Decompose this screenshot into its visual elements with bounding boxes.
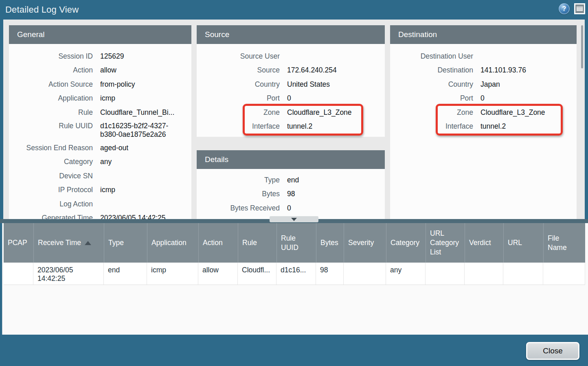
column-header-rule-uuid[interactable]: Rule UUID <box>276 223 316 263</box>
source-panel-body: Source User Source172.64.240.254 Country… <box>197 44 385 133</box>
field-bytes: Bytes98 <box>197 187 385 201</box>
field-value: Cloudflare_Tunnel_Bi... <box>100 105 191 119</box>
column-header-category[interactable]: Category <box>386 223 426 263</box>
destination-panel-body: Destination User Destination141.101.93.7… <box>390 44 577 133</box>
cell-bytes: 98 <box>316 263 344 285</box>
field-bytes-received: Bytes Received0 <box>197 201 385 215</box>
field-label: Country <box>197 77 280 91</box>
column-header-file-name[interactable]: File Name <box>543 223 585 263</box>
field-value: icmp <box>100 91 191 105</box>
column-header-receive-time[interactable]: Receive Time <box>33 223 104 263</box>
field-value: d1c16235-b2f2-4327-b380-0ae1875e2a26 <box>100 122 170 139</box>
field-value: Japan <box>480 77 577 91</box>
close-button[interactable]: Close <box>526 342 579 360</box>
field-label: Rule UUID <box>9 122 93 139</box>
field-session-end-reason: Session End Reasonaged-out <box>9 141 191 155</box>
column-header-action[interactable]: Action <box>198 223 238 263</box>
field-label: Port <box>390 91 473 105</box>
field-generated-time: Generated Time2023/06/05 14:42:25 <box>9 211 191 219</box>
cell-application: icmp <box>147 263 198 285</box>
window-restore-icon[interactable] <box>574 3 585 14</box>
column-header-type[interactable]: Type <box>104 223 147 263</box>
field-value: aged-out <box>100 141 191 155</box>
column-header-label: File Name <box>548 234 569 252</box>
field-port: Port0 <box>197 91 385 105</box>
help-icon[interactable]: ? <box>559 3 570 14</box>
field-value: allow <box>100 63 191 77</box>
cell-rule-uuid: d1c16... <box>276 263 316 285</box>
field-label: Log Action <box>9 197 93 211</box>
column-header-url-category-list[interactable]: URL Category List <box>426 223 465 263</box>
field-value: 0 <box>287 201 385 215</box>
cell-category: any <box>386 263 426 285</box>
source-panel-header: Source <box>197 25 385 44</box>
field-value: 2023/06/05 14:42:25 <box>100 211 191 219</box>
field-country: CountryUnited States <box>197 77 385 91</box>
field-label: Interface <box>390 119 473 133</box>
cell-action: allow <box>198 263 238 285</box>
field-rule: RuleCloudflare_Tunnel_Bi... <box>9 105 191 119</box>
field-value: 0 <box>287 91 385 105</box>
column-header-severity[interactable]: Severity <box>344 223 386 263</box>
log-table: PCAP Receive Time Type Application Actio… <box>4 223 585 285</box>
field-value: icmp <box>100 183 191 197</box>
field-action: Actionallow <box>9 63 191 77</box>
field-value: United States <box>287 77 385 91</box>
field-label: Destination <box>390 63 473 77</box>
field-label: Zone <box>390 105 473 119</box>
field-value: tunnel.2 <box>287 119 385 133</box>
field-port: Port0 <box>390 91 577 105</box>
field-value: Cloudflare_L3_Zone <box>480 105 577 119</box>
field-source-user: Source User <box>197 49 385 63</box>
column-header-verdict[interactable]: Verdict <box>465 223 503 263</box>
field-label: Action <box>9 63 93 77</box>
field-action-source: Action Sourcefrom-policy <box>9 77 191 91</box>
column-header-application[interactable]: Application <box>147 223 198 263</box>
vertical-scrollbar-thumb[interactable] <box>581 25 583 68</box>
field-label: Country <box>390 77 473 91</box>
field-label: Port <box>197 91 280 105</box>
field-value: 125629 <box>100 49 191 63</box>
field-label: IP Protocol <box>9 183 93 197</box>
field-value: 98 <box>287 187 385 201</box>
field-country: CountryJapan <box>390 77 577 91</box>
general-panel: General Session ID125629 Actionallow Act… <box>9 25 191 219</box>
log-table-row[interactable]: 2023/06/05 14:42:25 end icmp allow Cloud… <box>4 263 585 285</box>
field-label: Category <box>9 155 93 169</box>
field-category: Categoryany <box>9 155 191 169</box>
field-type: Typeend <box>197 173 385 187</box>
field-value <box>100 197 191 211</box>
field-label: Generated Time <box>9 211 93 219</box>
field-label: Destination User <box>390 49 473 63</box>
cell-file-name <box>543 263 585 285</box>
field-label: Bytes Received <box>197 201 280 215</box>
column-header-bytes[interactable]: Bytes <box>316 223 344 263</box>
column-header-url[interactable]: URL <box>503 223 543 263</box>
column-header-pcap[interactable]: PCAP <box>4 223 33 263</box>
details-panel-body: Typeend Bytes98 Bytes Received0 <box>197 169 385 215</box>
help-glyph: ? <box>562 5 566 12</box>
field-zone: ZoneCloudflare_L3_Zone <box>390 105 577 119</box>
destination-panel-header: Destination <box>390 25 577 44</box>
field-rule-uuid: Rule UUIDd1c16235-b2f2-4327-b380-0ae1875… <box>9 119 191 141</box>
details-panel: Details Typeend Bytes98 Bytes Received0 <box>197 150 385 219</box>
details-panel-header: Details <box>197 150 385 169</box>
destination-panel: Destination Destination User Destination… <box>390 25 577 219</box>
field-label: Session ID <box>9 49 93 63</box>
column-header-rule[interactable]: Rule <box>238 223 276 263</box>
cell-type: end <box>104 263 147 285</box>
field-label: Action Source <box>9 77 93 91</box>
field-zone: ZoneCloudflare_L3_Zone <box>197 105 385 119</box>
field-application: Applicationicmp <box>9 91 191 105</box>
log-table-header-row: PCAP Receive Time Type Application Actio… <box>4 223 585 263</box>
field-label: Application <box>9 91 93 105</box>
column-header-label: Receive Time <box>38 239 81 247</box>
splitter-collapse-handle[interactable] <box>270 216 318 222</box>
field-session-id: Session ID125629 <box>9 49 191 63</box>
cell-verdict <box>465 263 503 285</box>
sort-ascending-icon <box>85 241 91 245</box>
cell-url-category-list <box>426 263 465 285</box>
field-interface: Interfacetunnel.2 <box>390 119 577 133</box>
cell-url <box>503 263 543 285</box>
page-title: Detailed Log View <box>5 4 79 15</box>
